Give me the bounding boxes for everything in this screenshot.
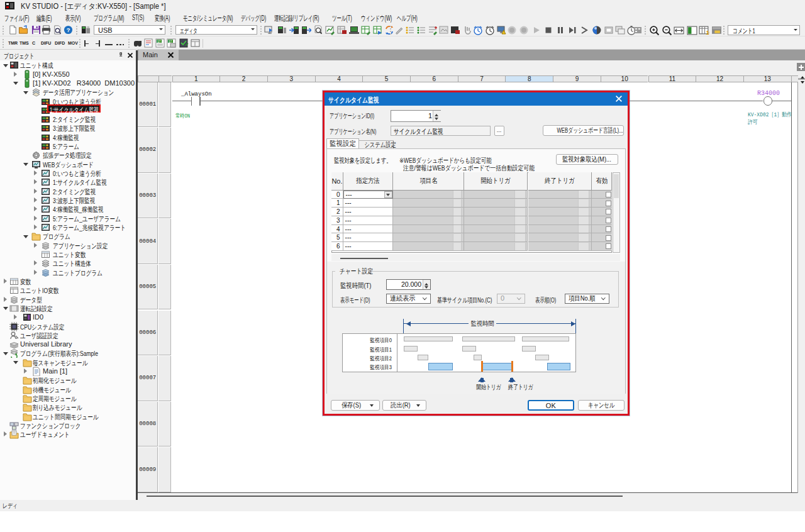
svg-text:?: ? — [67, 27, 70, 33]
svg-text:ST: ST — [157, 40, 161, 43]
svg-text:16: 16 — [706, 30, 709, 36]
svg-text:ST: ST — [169, 40, 172, 43]
